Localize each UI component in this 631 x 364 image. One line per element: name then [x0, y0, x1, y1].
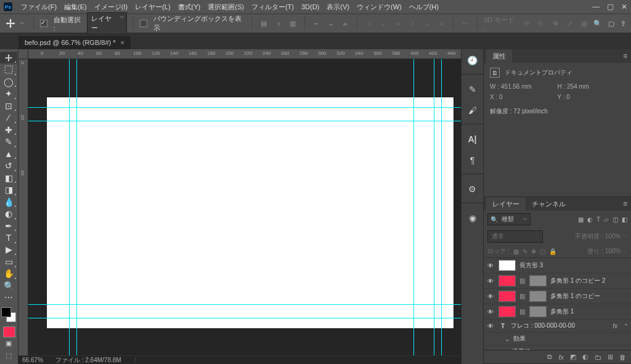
pen-tool[interactable]: ✒: [0, 220, 17, 232]
gradient-tool[interactable]: ◨: [0, 184, 17, 195]
layer-thumbnail[interactable]: [499, 291, 516, 302]
lock-move-icon[interactable]: ✥: [531, 248, 536, 255]
menu-view[interactable]: 表示(V): [323, 2, 353, 12]
guide-vertical[interactable]: [413, 59, 414, 355]
ruler-origin[interactable]: [18, 49, 28, 59]
lasso-tool[interactable]: ◯: [0, 76, 17, 87]
align-hcenter-icon[interactable]: ⫞: [273, 18, 284, 29]
distribute-icon-3[interactable]: ⫨: [393, 18, 404, 29]
link-icon[interactable]: ⛓: [519, 278, 526, 285]
blur-tool[interactable]: 💧: [0, 196, 17, 208]
guide-vertical[interactable]: [441, 59, 442, 355]
mask-thumbnail[interactable]: [529, 291, 547, 302]
layer-mask-icon[interactable]: ◩: [570, 353, 576, 361]
filter-type-icon[interactable]: T: [596, 216, 600, 223]
visibility-icon[interactable]: 👁: [486, 293, 495, 300]
distribute-icon-4[interactable]: ⫞: [407, 18, 418, 29]
layer-row[interactable]: 👁⛓多角形 1 のコピー 2: [484, 273, 631, 289]
adjustment-layer-icon[interactable]: ◐: [582, 353, 588, 361]
link-layers-icon[interactable]: ⧉: [547, 353, 552, 361]
menu-edit[interactable]: 編集(E): [60, 2, 91, 12]
status-filesize[interactable]: ファイル : 2.64M/78.8M: [55, 356, 121, 365]
menu-file[interactable]: ファイル(F): [17, 2, 60, 12]
expand-icon[interactable]: ⌄: [505, 336, 510, 342]
layer-name[interactable]: 長方形 3: [519, 261, 629, 270]
guide-vertical[interactable]: [434, 59, 434, 355]
lock-all-icon[interactable]: 🔒: [549, 248, 556, 255]
layer-name[interactable]: 多角形 1 のコピー 2: [550, 277, 629, 285]
auto-select-checkbox[interactable]: [40, 20, 47, 27]
layer-thumbnail[interactable]: [499, 275, 516, 286]
tool-preset-dropdown-icon[interactable]: ﹀: [20, 20, 25, 27]
layer-filter-dropdown[interactable]: 🔍 種類 ﹀: [487, 213, 531, 225]
layer-thumbnail[interactable]: [499, 306, 516, 317]
foreground-color-swatch[interactable]: [1, 307, 11, 317]
hand-tool[interactable]: ✋: [0, 268, 17, 280]
menu-window[interactable]: ウィンドウ(W): [353, 2, 405, 12]
shape-tool[interactable]: ▭: [0, 256, 17, 267]
layer-name[interactable]: 多角形 1: [550, 307, 629, 316]
layer-thumbnail[interactable]: [499, 260, 516, 271]
layer-name[interactable]: 多角形 1 のコピー: [550, 292, 629, 301]
crop-tool[interactable]: ⊡: [0, 100, 17, 111]
distribute-v-icon[interactable]: ⫠: [378, 18, 389, 29]
paragraph-panel-icon[interactable]: ¶: [465, 153, 480, 168]
filter-smart-icon[interactable]: ◫: [613, 216, 618, 223]
stamp-tool[interactable]: ▲: [0, 148, 17, 160]
guide-vertical[interactable]: [69, 59, 70, 355]
layers-tab[interactable]: レイヤー: [486, 197, 526, 211]
fx-badge[interactable]: fx: [613, 323, 617, 330]
layer-row[interactable]: 👁Tフレコ : 000-000-00-00fx⌃: [484, 320, 631, 333]
lock-pixels-icon[interactable]: ▦: [513, 248, 519, 255]
show-bbox-checkbox[interactable]: [140, 20, 147, 27]
move-tool-icon[interactable]: [5, 18, 16, 29]
current-color-swatch[interactable]: [3, 326, 15, 338]
filter-adjust-icon[interactable]: ◐: [587, 216, 593, 223]
align-left-icon[interactable]: ▤: [259, 18, 270, 29]
visibility-icon[interactable]: 👁: [486, 323, 495, 330]
character-panel-icon[interactable]: A|: [465, 132, 480, 147]
window-maximize-icon[interactable]: ▢: [607, 2, 614, 11]
more-align-icon[interactable]: ⋯: [460, 18, 471, 29]
visibility-icon[interactable]: 👁: [486, 262, 495, 269]
group-icon[interactable]: 🗀: [595, 354, 601, 361]
lock-brush-icon[interactable]: ✎: [523, 248, 527, 255]
mask-thumbnail[interactable]: [529, 275, 547, 286]
align-bottom-icon[interactable]: ⫨: [340, 18, 351, 29]
menu-image[interactable]: イメージ(I): [91, 2, 131, 12]
opacity-value[interactable]: 100%: [605, 233, 621, 240]
guide-horizontal[interactable]: [28, 121, 461, 121]
workspace-icon[interactable]: ▢: [608, 20, 614, 28]
history-brush-tool[interactable]: ↺: [0, 160, 17, 171]
zoom-tool[interactable]: 🔍: [0, 280, 17, 291]
eyedropper-tool[interactable]: ⁄: [0, 111, 17, 123]
properties-tab[interactable]: 属性: [486, 49, 512, 63]
type-tool[interactable]: T: [0, 232, 17, 243]
color-swatches[interactable]: [0, 307, 17, 324]
search-icon[interactable]: 🔍: [593, 20, 602, 28]
layer-row[interactable]: 👁長方形 3: [484, 258, 631, 273]
align-vcenter-icon[interactable]: ⫠: [325, 18, 336, 29]
layer-row[interactable]: ●境界線: [484, 346, 631, 350]
move-tool[interactable]: [0, 52, 17, 63]
guide-horizontal[interactable]: [28, 107, 461, 108]
menu-3d[interactable]: 3D(D): [298, 3, 323, 10]
share-icon[interactable]: ⇪: [621, 20, 626, 28]
delete-layer-icon[interactable]: 🗑: [619, 354, 626, 361]
distribute-h-icon[interactable]: ⫞: [364, 18, 375, 29]
align-top-icon[interactable]: ⫟: [311, 18, 322, 29]
channels-tab[interactable]: チャンネル: [526, 197, 572, 211]
wand-tool[interactable]: ✦: [0, 87, 17, 99]
filter-toggle-icon[interactable]: ◧: [622, 216, 627, 223]
brush-tool[interactable]: ✎: [0, 135, 17, 147]
align-right-icon[interactable]: ▥: [288, 18, 299, 29]
guide-vertical[interactable]: [76, 59, 77, 355]
quickmask-icon[interactable]: ▣: [0, 338, 17, 349]
ruler-vertical[interactable]: 0 20 40: [18, 59, 28, 355]
brush-settings-icon[interactable]: 🖌: [465, 103, 480, 118]
new-layer-icon[interactable]: ⊞: [608, 353, 613, 361]
status-arrow-icon[interactable]: 〉: [134, 356, 140, 365]
layer-fx-icon[interactable]: fx: [558, 354, 564, 361]
layer-name[interactable]: 効果: [513, 334, 629, 343]
filter-pixel-icon[interactable]: ▦: [578, 216, 584, 223]
